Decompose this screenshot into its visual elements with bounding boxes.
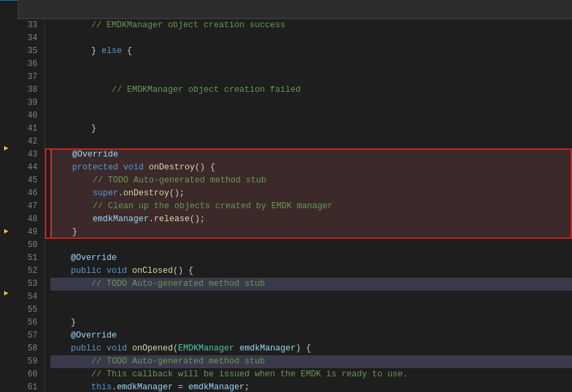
left-icon-line [0,278,12,288]
code-line: // TODO Auto-generated method stub [50,174,572,187]
code-token: // EMDKManager object creation success [50,19,285,32]
code-token [118,161,124,174]
code-token: // This callback will be issued when the… [50,368,408,381]
gutter-line-num: 50 [12,239,40,252]
left-icon-line [0,382,12,392]
gutter-line-num: 47 [12,200,40,213]
left-icon-line [0,361,12,371]
code-token: // EMDKManager object creation failed [50,84,301,97]
code-token [127,342,133,355]
code-token [234,342,240,355]
code-token: (); [170,187,185,200]
code-token: void [123,161,144,174]
gutter-line-num: 34 [12,32,40,45]
code-lines: // EMDKManager object creation success }… [45,19,572,392]
gutter-line-num: 48 [12,213,40,226]
left-icon-line [0,257,12,267]
left-icon-line [0,237,12,247]
code-token: // TODO Auto-generated method stub [52,174,266,187]
code-token: // TODO Auto-generated method stub [50,355,265,368]
code-token: (); [190,213,206,226]
code-line: // TODO Auto-generated method stub [50,278,572,291]
left-icon-line [0,195,12,206]
gutter-line-num: 59 [12,355,40,368]
gutter-line-num: 52 [12,265,40,278]
code-token: public [50,342,101,355]
line-number-gutter: 3334353637383940414243444546474849505152… [12,19,45,392]
left-icon-line [0,216,12,226]
code-token: () { [195,161,215,174]
code-line: } [50,122,572,135]
code-token: } [52,226,78,239]
code-token: } [50,45,101,58]
gutter-line-num: 55 [12,304,40,316]
left-icon-line [0,71,12,81]
code-token: EMDKManager [178,342,235,355]
left-icon-line [0,50,12,61]
left-icon-line [0,61,12,71]
gutter-line-num: 60 [12,368,40,381]
code-line: public void onOpened(EMDKManager emdkMan… [50,342,572,355]
code-line: } else { [50,45,572,58]
code-area: ►►► 333435363738394041424344454647484950… [0,19,572,392]
code-line [50,304,572,316]
left-icon-line [0,92,12,102]
code-token: } [50,122,97,135]
gutter-line-num: 44 [12,161,40,174]
left-icon-line [0,133,12,143]
code-token: release [154,213,190,226]
gutter-line-num: 35 [12,45,40,58]
code-token [101,265,107,278]
left-icon-gutter: ►►► [0,19,12,392]
code-line [50,239,572,252]
gutter-line-num: 58 [12,342,40,355]
left-icon-line [0,102,12,112]
editor-tab[interactable] [0,0,18,19]
gutter-line-num: 56 [12,316,40,329]
gutter-line-num: 40 [12,110,40,122]
left-icon-line [0,309,12,319]
code-token: @Override [52,148,118,161]
code-token: emdkManager [240,342,296,355]
gutter-line-num: 42 [12,135,40,148]
code-line [50,110,572,122]
code-line: // This callback will be issued when the… [50,368,572,381]
code-line: // EMDKManager object creation failed [50,84,572,97]
code-token: @Override [50,329,117,342]
gutter-line-num: 33 [12,19,40,32]
left-icon-line [0,154,12,164]
code-token: onOpened [132,342,173,355]
tab-bar [0,0,572,19]
left-icon-line [0,19,12,29]
code-line: protected void onDestroy() { [50,161,572,174]
gutter-line-num: 61 [12,381,40,392]
code-line: // EMDKManager object creation success [50,19,572,32]
code-token: onClosed [132,265,173,278]
gutter-line-num: 38 [12,84,40,97]
left-icon-line [0,340,12,350]
left-icon-line [0,39,12,50]
left-icon-line [0,112,12,122]
left-icon-line: ► [0,226,12,236]
code-line: // TODO Auto-generated method stub [50,355,572,368]
left-icon-line [0,371,12,381]
gutter-line-num: 54 [12,291,40,304]
code-line [50,291,572,304]
editor-container: ►►► 333435363738394041424344454647484950… [0,0,572,392]
gutter-line-num: 45 [12,174,40,187]
code-token [144,161,149,174]
left-icon-line: ► [0,144,12,154]
code-line: @Override [50,252,572,265]
code-token: super [93,187,118,200]
code-token: . [112,381,117,392]
left-icon-line [0,319,12,329]
code-line [50,71,572,84]
code-token: emdkManager [117,381,174,392]
code-token [50,381,91,392]
code-token: . [149,213,155,226]
code-token: ( [173,342,178,355]
left-icon-line [0,247,12,257]
left-icon-line [0,164,12,174]
gutter-line-num: 46 [12,187,40,200]
code-line: // Clean up the objects created by EMDK … [50,200,572,213]
